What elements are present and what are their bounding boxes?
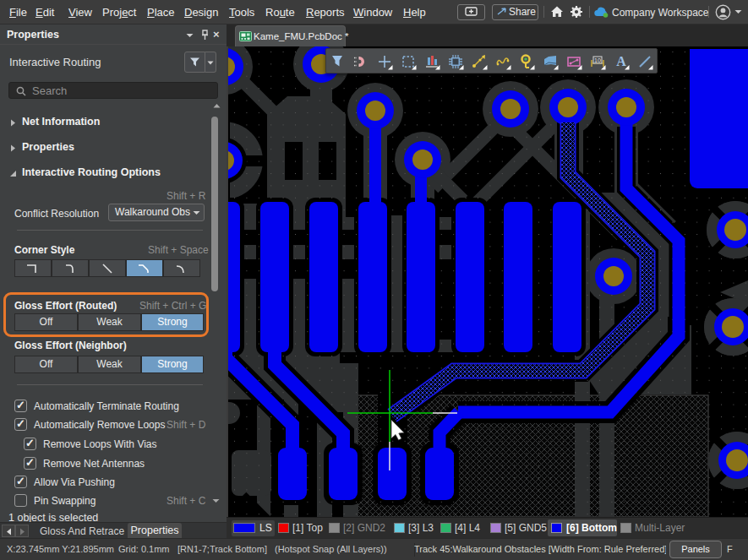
svg-text:A: A [616,54,626,68]
svg-text:10: 10 [594,57,601,63]
